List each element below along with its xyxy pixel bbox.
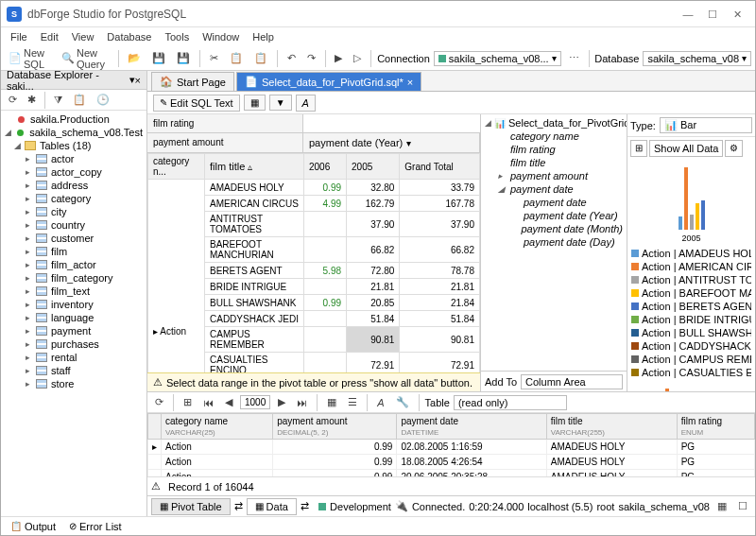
pivot-data-area[interactable]: payment amount (147, 133, 303, 152)
tree-item[interactable]: ▸purchases (3, 337, 145, 351)
grid-row[interactable]: Action0.9918.08.2005 4:26:54AMADEUS HOLY… (148, 455, 755, 470)
output-tab[interactable]: 📋 Output (5, 519, 61, 534)
redo-button[interactable]: ↷ (303, 50, 319, 66)
close-button[interactable]: ✕ (725, 5, 749, 24)
field-tree-item[interactable]: film rating (483, 143, 625, 156)
tree-item[interactable]: ▸rental (3, 351, 145, 364)
pivot-cat-header[interactable]: category n... (148, 154, 205, 180)
explorer-close-icon[interactable]: × (135, 75, 141, 86)
menu-edit[interactable]: Edit (35, 29, 64, 44)
grid-font-button[interactable]: A (373, 395, 387, 410)
grid-page-size[interactable]: 1000 (240, 395, 270, 409)
status-btn1[interactable]: ▦ (713, 498, 730, 514)
field-tree-item[interactable]: payment date (483, 196, 625, 209)
tree-item[interactable]: ▸payment (3, 324, 145, 337)
tree-item[interactable]: ▸film_category (3, 271, 145, 285)
tree-item[interactable]: ▸store (3, 377, 145, 390)
tree-item[interactable]: ▸actor_copy (3, 165, 145, 179)
pivot-row[interactable]: ▸ ActionAMADEUS HOLY0.9932.8033.79 (148, 180, 480, 196)
view-tab-pivot[interactable]: ▦ Pivot Table (151, 498, 231, 515)
view-tab-data[interactable]: ▦ Data (247, 498, 297, 515)
new-sql-button[interactable]: 📄New SQL (5, 45, 54, 72)
tree-item[interactable]: sakila.Production (3, 112, 145, 126)
grid-layout-button[interactable]: ▦ (244, 95, 266, 111)
pivot-col-area[interactable]: payment date (Year) ▾ (303, 133, 480, 152)
save-all-button[interactable]: 💾 (173, 50, 194, 66)
tab-start-page[interactable]: 🏠Start Page (151, 72, 234, 91)
refresh-button[interactable]: ⟳ (5, 92, 21, 108)
grid-view1-button[interactable]: ▦ (323, 394, 340, 410)
pivot-row-area[interactable]: film rating (147, 114, 303, 132)
grid-first-button[interactable]: ⏮ (199, 395, 217, 410)
play-outline-button[interactable]: ▷ (350, 50, 365, 66)
tree-item[interactable]: ◢Tables (18) (3, 139, 145, 152)
grid-view2-button[interactable]: ☰ (344, 394, 361, 410)
connection-opts-button[interactable]: ⋯ (565, 50, 583, 66)
menu-view[interactable]: View (66, 29, 100, 44)
grid-col-header[interactable]: film ratingENUM (677, 414, 754, 440)
font-button[interactable]: A (296, 95, 316, 112)
add-to-combo[interactable]: Column Area (521, 374, 623, 389)
tree-item[interactable]: ▸staff (3, 364, 145, 377)
tree-item[interactable]: ◢sakila_schema_v08.Test (3, 126, 145, 139)
swap-icon[interactable]: ⇄ (234, 500, 243, 512)
undo-button[interactable]: ↶ (284, 50, 300, 66)
tree-item[interactable]: ▸film (3, 245, 145, 258)
status-btn2[interactable]: ☐ (734, 498, 751, 514)
pivot-col-2005[interactable]: 2005 (347, 154, 400, 180)
grid-col-header[interactable]: film titleVARCHAR(255) (546, 414, 677, 440)
maximize-button[interactable]: ☐ (700, 5, 725, 24)
database-tree[interactable]: sakila.Production◢sakila_schema_v08.Test… (1, 111, 146, 516)
swap-icon-2[interactable]: ⇄ (301, 500, 309, 512)
filter-icon-button[interactable]: ▼ (269, 95, 292, 111)
tree-item[interactable]: ▸actor (3, 152, 145, 165)
tree-item[interactable]: ▸customer (3, 232, 145, 245)
pivot-col-total[interactable]: Grand Total (400, 154, 480, 180)
play-button[interactable]: ▶ (331, 50, 346, 66)
history-button[interactable]: 🕒 (93, 92, 113, 108)
connection-combo[interactable]: sakila_schema_v08... ▾ (434, 51, 561, 66)
copy-button[interactable]: 📋 (226, 50, 247, 66)
cut-button[interactable]: ✂ (206, 50, 222, 66)
edit-sql-button[interactable]: ✎ Edit SQL Text (153, 95, 240, 112)
error-list-tab[interactable]: ⊘ Error List (63, 519, 128, 534)
grid-col-header[interactable]: payment amountDECIMAL(5, 2) (273, 414, 397, 440)
field-tree-root[interactable]: ◢📊 Select_data_for_PivotGrid (483, 116, 625, 130)
menu-file[interactable]: File (5, 29, 33, 44)
tree-item[interactable]: ▸address (3, 179, 145, 192)
tree-item[interactable]: ▸city (3, 205, 145, 218)
paste-button[interactable]: 📋 (250, 50, 271, 66)
pivot-col-2006[interactable]: 2006 (304, 154, 347, 180)
grid-row[interactable]: Action0.9920.06.2005 20:35:28AMADEUS HOL… (148, 470, 755, 477)
menu-database[interactable]: Database (101, 29, 157, 44)
chart-type-combo[interactable]: 📊 Bar (660, 117, 752, 133)
grid-mode-combo[interactable]: (read only) (454, 395, 567, 410)
new-connection-button[interactable]: ✱ (24, 92, 40, 108)
tree-item[interactable]: ▸language (3, 311, 145, 324)
grid-col-header[interactable]: payment dateDATETIME (397, 414, 546, 440)
menu-window[interactable]: Window (197, 29, 245, 44)
chart-settings-button[interactable]: ⚙ (725, 140, 743, 157)
tree-item[interactable]: ▸inventory (3, 298, 145, 311)
tab-sql-file[interactable]: 📄Select_data_for_PivotGrid.sql*× (236, 72, 421, 91)
field-tree-item[interactable]: payment date (Day) (483, 235, 625, 249)
open-button[interactable]: 📂 (124, 50, 145, 66)
field-tree-item[interactable]: payment date (Month) (483, 222, 625, 235)
grid-tool-button[interactable]: 🔧 (392, 394, 413, 410)
menu-help[interactable]: Help (247, 29, 280, 44)
grid-row[interactable]: ▸Action0.9902.08.2005 1:16:59AMADEUS HOL… (148, 440, 755, 455)
field-tree-item[interactable]: payment date (Year) (483, 209, 625, 222)
field-tree-item[interactable]: ▸payment amount (483, 169, 625, 182)
field-tree-item[interactable]: film title (483, 156, 625, 169)
property-button[interactable]: 📋 (69, 92, 90, 108)
field-tree-item[interactable]: ◢payment date (483, 182, 625, 196)
minimize-button[interactable]: — (676, 5, 700, 24)
new-query-button[interactable]: 🔍New Query (58, 45, 112, 72)
grid-export-button[interactable]: ⊞ (180, 394, 196, 410)
pivot-film-header[interactable]: film title ▵ (205, 154, 304, 180)
save-button[interactable]: 💾 (148, 50, 169, 66)
menu-tools[interactable]: Tools (159, 29, 195, 44)
filter-button[interactable]: ⧩ (50, 92, 66, 108)
tree-item[interactable]: ▸country (3, 218, 145, 232)
grid-refresh-button[interactable]: ⟳ (151, 394, 167, 410)
